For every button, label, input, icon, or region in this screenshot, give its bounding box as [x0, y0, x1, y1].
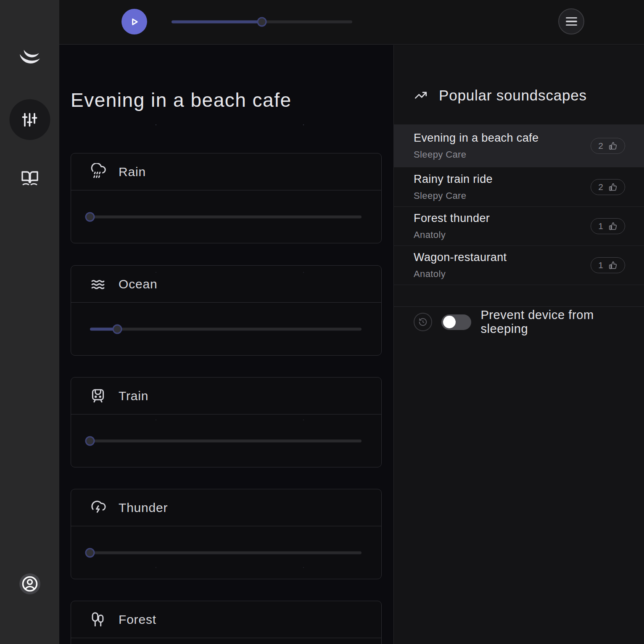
trending-up-icon [414, 88, 428, 103]
sound-card-body [71, 303, 381, 356]
book-icon [20, 168, 40, 188]
sound-card-forest: Forest [71, 601, 382, 644]
prevent-sleep-row: Prevent device from sleeping [414, 311, 644, 333]
like-count: 2 [598, 141, 603, 151]
main-content: Evening in a beach cafe Rain [59, 45, 393, 644]
topbar [59, 0, 644, 45]
sound-card-body [71, 414, 381, 467]
popular-item-author: Anatoly [414, 230, 591, 240]
like-count: 1 [598, 260, 603, 270]
sound-card-header: Train [71, 377, 381, 414]
page-title: Evening in a beach cafe [71, 89, 292, 111]
sound-card-header: Rain [71, 153, 381, 190]
sound-label: Thunder [119, 501, 168, 515]
popular-header: Popular soundscapes [414, 87, 587, 104]
crescent-moon-icon [16, 45, 43, 71]
sliders-icon [20, 110, 40, 129]
forest-icon [89, 611, 107, 628]
toggle-knob [443, 316, 456, 328]
popular-item-text: Wagon-restaurant Anatoly [414, 251, 591, 280]
thunder-icon [89, 499, 107, 517]
sound-card-body [71, 190, 381, 243]
sound-label: Ocean [119, 277, 157, 291]
sound-card-thunder: Thunder [71, 489, 382, 579]
slider-track [90, 328, 362, 331]
thumbs-up-icon [608, 261, 618, 270]
popular-item-text: Rainy train ride Sleepy Care [414, 173, 591, 201]
popular-item-author: Sleepy Care [414, 190, 591, 201]
train-volume-slider[interactable] [90, 438, 362, 444]
popular-list: Evening in a beach cafe Sleepy Care 2 Ra… [394, 124, 644, 285]
popular-item-title: Evening in a beach cafe [414, 132, 591, 145]
menu-button[interactable] [558, 8, 584, 34]
sidebar [0, 0, 59, 644]
popular-item[interactable]: Forest thunder Anatoly 1 [394, 207, 644, 246]
popular-item-text: Forest thunder Anatoly [414, 212, 591, 240]
play-icon [128, 16, 141, 28]
slider-track [90, 216, 362, 219]
sound-label: Forest [119, 612, 156, 627]
like-button[interactable]: 1 [591, 257, 625, 273]
popular-item-title: Forest thunder [414, 212, 591, 225]
slider-fill [172, 21, 262, 24]
slider-knob[interactable] [85, 436, 95, 446]
slider-track [90, 440, 362, 443]
user-icon [21, 575, 39, 593]
sound-card-body [71, 638, 381, 644]
sound-card-train: Train [71, 377, 382, 467]
master-volume-slider[interactable] [172, 18, 352, 25]
like-count: 2 [598, 182, 603, 192]
sound-card-header: Ocean [71, 266, 381, 303]
popular-item-title: Rainy train ride [414, 173, 591, 186]
rain-icon [89, 163, 107, 181]
menu-icon [566, 17, 577, 26]
slider-knob[interactable] [257, 17, 267, 27]
sound-card-body [71, 526, 381, 579]
like-button[interactable]: 1 [591, 218, 625, 234]
rain-volume-slider[interactable] [90, 214, 362, 220]
train-icon [89, 387, 107, 405]
ocean-volume-slider[interactable] [90, 326, 362, 333]
popular-item-text: Evening in a beach cafe Sleepy Care [414, 132, 591, 160]
thumbs-up-icon [608, 222, 618, 231]
thunder-volume-slider[interactable] [90, 549, 362, 556]
slider-knob[interactable] [85, 548, 95, 558]
popular-item-author: Anatoly [414, 269, 591, 280]
popular-item-title: Wagon-restaurant [414, 251, 591, 264]
sound-card-rain: Rain [71, 153, 382, 243]
play-button[interactable] [121, 9, 147, 34]
popular-item[interactable]: Wagon-restaurant Anatoly 1 [394, 246, 644, 285]
slider-knob[interactable] [85, 212, 95, 222]
like-button[interactable]: 2 [591, 179, 625, 195]
thumbs-up-icon [608, 141, 618, 150]
sound-card-header: Thunder [71, 489, 381, 526]
like-count: 1 [598, 221, 603, 231]
sound-label: Train [119, 389, 148, 403]
sound-card-ocean: Ocean [71, 265, 382, 356]
thumbs-up-icon [608, 182, 618, 192]
popular-panel: Popular soundscapes Evening in a beach c… [393, 45, 644, 644]
popular-title: Popular soundscapes [439, 87, 587, 104]
prevent-sleep-toggle[interactable] [441, 314, 472, 330]
account-button[interactable] [19, 573, 40, 594]
popular-item[interactable]: Evening in a beach cafe Sleepy Care 2 [394, 125, 644, 167]
popular-item-author: Sleepy Care [414, 149, 591, 160]
slider-track [90, 552, 362, 554]
sidebar-item-stories[interactable] [20, 168, 40, 188]
sound-card-header: Forest [71, 601, 381, 638]
popular-item[interactable]: Rainy train ride Sleepy Care 2 [394, 167, 644, 207]
history-icon [418, 317, 428, 327]
panel-divider [394, 306, 644, 307]
sound-label: Rain [119, 165, 146, 179]
prevent-sleep-label: Prevent device from sleeping [480, 308, 644, 336]
sidebar-item-mixer[interactable] [9, 99, 50, 140]
slider-knob[interactable] [112, 325, 122, 334]
like-button[interactable]: 2 [591, 138, 625, 154]
reset-button[interactable] [414, 313, 432, 331]
waves-icon [89, 275, 107, 293]
